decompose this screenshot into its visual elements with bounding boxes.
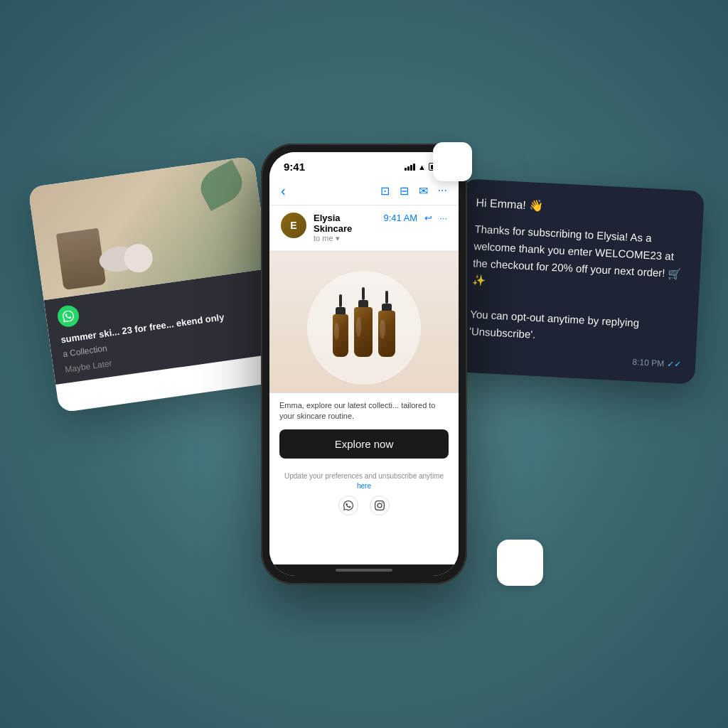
chat-text: Hi Emma! 👋 Thanks for subscribing to Ely… bbox=[469, 193, 690, 350]
delete-icon[interactable]: ⊟ bbox=[400, 184, 409, 198]
stone-decoration bbox=[97, 244, 139, 274]
email-toolbar: ‹ ⊡ ⊟ ✉ ··· bbox=[269, 177, 459, 205]
email-content: Emma, explore our latest collecti... tai… bbox=[269, 251, 459, 564]
home-bar bbox=[336, 569, 392, 572]
phone-mockup: 9:41 ▲ ‹ ⊡ ⊟ ✉ ··· bbox=[261, 144, 467, 584]
home-indicator bbox=[269, 564, 459, 576]
email-more-button[interactable]: ··· bbox=[439, 213, 447, 223]
leaf-decoration bbox=[194, 160, 248, 211]
sender-time: 9:41 AM bbox=[383, 213, 417, 223]
scene: summer ski... 23 for free... ekend only … bbox=[0, 0, 728, 728]
archive-icon[interactable]: ⊡ bbox=[380, 184, 390, 198]
status-bar: 9:41 ▲ bbox=[269, 152, 459, 177]
signal-icon bbox=[405, 164, 415, 171]
email-body-paragraph: Emma, explore our latest collecti... tai… bbox=[279, 400, 449, 422]
status-time: 9:41 bbox=[284, 161, 305, 173]
back-button[interactable]: ‹ bbox=[281, 183, 286, 199]
bottles-container bbox=[333, 287, 395, 357]
bottle-2 bbox=[354, 287, 373, 357]
phone-screen: 9:41 ▲ ‹ ⊡ ⊟ ✉ ··· bbox=[269, 152, 459, 576]
chat-card: Hi Emma! 👋 Thanks for subscribing to Ely… bbox=[453, 178, 705, 384]
bottle-1 bbox=[333, 294, 348, 357]
email-sender: E Elysia Skincare to me ▾ 9:41 AM ↩ ··· bbox=[269, 205, 459, 251]
more-icon[interactable]: ··· bbox=[438, 184, 447, 198]
explore-now-button[interactable]: Explore now bbox=[279, 429, 449, 459]
chat-line1: Thanks for subscribing to Elysia! As a w… bbox=[471, 220, 688, 300]
toolbar-icons: ⊡ ⊟ ✉ ··· bbox=[380, 184, 447, 198]
check-marks-icon: ✓✓ bbox=[667, 358, 682, 369]
chat-line2: You can opt-out anytime by replying 'Uns… bbox=[469, 306, 684, 351]
reply-button[interactable]: ↩ bbox=[424, 213, 432, 223]
product-image-area bbox=[269, 251, 459, 393]
float-decoration-1 bbox=[433, 142, 472, 181]
footer-text: Update your preferences and unsubscribe … bbox=[279, 471, 449, 491]
chat-greeting: Hi Emma! 👋 bbox=[476, 193, 690, 223]
sender-avatar: E bbox=[281, 213, 306, 238]
sender-to: to me ▾ bbox=[314, 234, 376, 243]
whatsapp-card: summer ski... 23 for free... ekend only … bbox=[28, 156, 284, 412]
mail-icon[interactable]: ✉ bbox=[419, 184, 428, 198]
sender-name: Elysia Skincare bbox=[314, 213, 376, 234]
bottle-3 bbox=[378, 291, 395, 357]
email-actions: 9:41 AM ↩ ··· bbox=[383, 213, 447, 223]
unsubscribe-link[interactable]: here bbox=[357, 482, 371, 490]
whatsapp-icon bbox=[56, 304, 80, 328]
email-footer: Update your preferences and unsubscribe … bbox=[269, 466, 459, 521]
instagram-social-icon[interactable] bbox=[370, 496, 390, 515]
wifi-icon: ▲ bbox=[418, 163, 426, 171]
float-decoration-2 bbox=[497, 540, 543, 586]
social-icons bbox=[279, 496, 449, 515]
chat-time: 8:10 PM ✓✓ bbox=[468, 348, 681, 370]
whatsapp-social-icon[interactable] bbox=[338, 496, 358, 515]
email-body-text: Emma, explore our latest collecti... tai… bbox=[269, 393, 459, 429]
sender-info: Elysia Skincare to me ▾ bbox=[314, 213, 376, 243]
